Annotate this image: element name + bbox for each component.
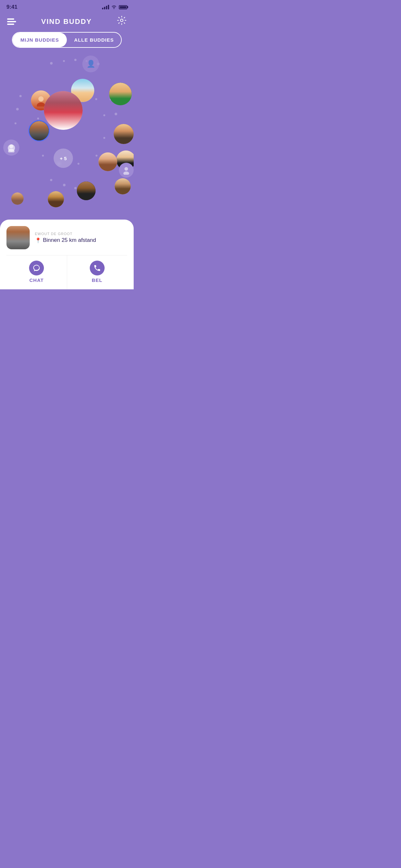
profile-avatar[interactable] [6,226,30,249]
toggle-container: MIJN BUDDIES ALLE BUDDIES [0,32,134,53]
bel-label: BEL [92,277,102,283]
decorative-dot [16,108,19,111]
decorative-dot [19,95,22,97]
decorative-dot [74,187,76,189]
svg-point-7 [123,172,129,175]
profile-row: EWOUT DE GROOT 📍 Binnen 25 km afstand [6,226,127,255]
page-title: VIND BUDDY [41,18,92,26]
decorative-dot [95,98,97,100]
decorative-dot [103,114,105,116]
decorative-dot [115,113,117,115]
buddy-avatar[interactable] [11,192,24,205]
decorative-dot [96,155,97,157]
decorative-dot [37,118,39,120]
chat-icon [29,260,44,275]
decorative-dot [63,60,65,62]
decorative-dot [50,179,52,181]
status-icons [102,4,127,10]
decorative-dot [103,137,105,139]
wifi-icon [111,4,117,10]
svg-point-2 [37,102,45,106]
nav-bel[interactable]: BEL [67,255,127,289]
more-buddies-badge[interactable]: + 5 [54,149,73,168]
nav-chat[interactable]: CHAT [6,255,67,289]
buddy-avatar[interactable] [114,124,134,144]
decorative-dot [74,59,76,61]
profile-info: EWOUT DE GROOT 📍 Binnen 25 km afstand [35,232,96,244]
center-avatar[interactable] [44,91,83,130]
menu-icon[interactable] [7,19,16,25]
phone-icon [90,260,104,275]
decorative-dot [14,122,17,124]
decorative-dot [63,184,66,186]
buddy-avatar[interactable] [48,191,64,207]
plus-badge-label: + 5 [60,156,66,161]
buddy-avatar-placeholder[interactable]: ⬤ [3,140,19,156]
status-bar: 9:41 [0,0,134,12]
decorative-dot [50,62,53,65]
buddy-avatar[interactable] [98,152,117,171]
buddy-avatar-placeholder[interactable] [119,163,134,178]
chat-label: CHAT [29,277,44,283]
menu-line [7,24,14,25]
svg-point-4 [9,144,13,148]
buddy-avatar[interactable] [109,83,132,105]
menu-line [7,19,14,20]
signal-icon [102,5,109,9]
app-header: VIND BUDDY [0,12,134,32]
tab-mijn-buddies[interactable]: MIJN BUDDIES [12,33,67,47]
svg-point-3 [38,96,43,101]
decorative-dot [78,163,80,165]
buddy-avatar-selected[interactable] [28,120,50,142]
buddy-avatar[interactable] [115,178,131,194]
buddy-avatar[interactable]: 👤 [82,56,99,72]
battery-icon [119,5,127,9]
bottom-navigation: CHAT BEL [6,255,127,289]
svg-point-0 [120,19,123,22]
menu-line [7,21,16,22]
tab-alle-buddies[interactable]: ALLE BUDDIES [67,33,121,47]
profile-name: EWOUT DE GROOT [35,232,96,236]
decorative-dot [42,155,44,157]
profile-card: EWOUT DE GROOT 📍 Binnen 25 km afstand CH… [0,220,134,289]
toggle-pill: MIJN BUDDIES ALLE BUDDIES [12,32,122,48]
status-time: 9:41 [6,4,18,10]
settings-icon[interactable] [117,16,127,27]
buddy-avatar[interactable] [77,182,96,200]
location-pin-icon: 📍 [35,237,41,244]
profile-location: 📍 Binnen 25 km afstand [35,237,96,244]
buddy-canvas: 👤 ⬤ [0,53,134,240]
svg-point-5 [8,149,14,152]
svg-point-6 [125,167,128,171]
